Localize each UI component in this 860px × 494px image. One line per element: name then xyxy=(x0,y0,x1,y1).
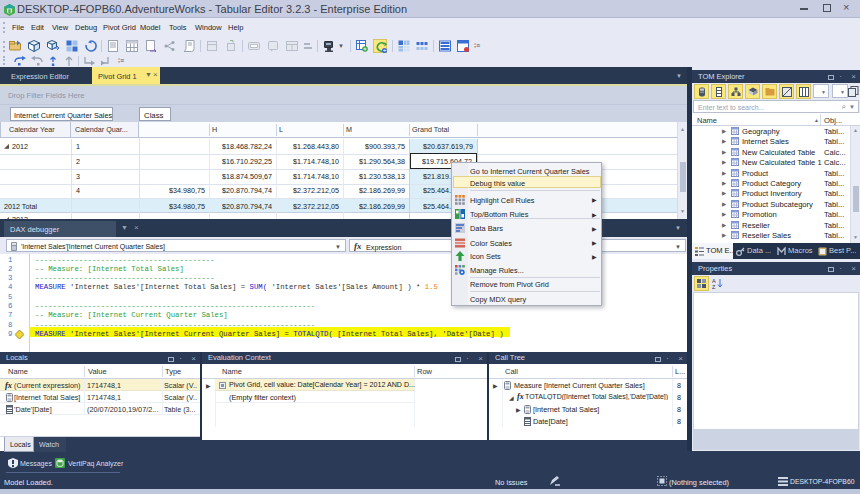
svg-text:Z: Z xyxy=(712,284,716,289)
